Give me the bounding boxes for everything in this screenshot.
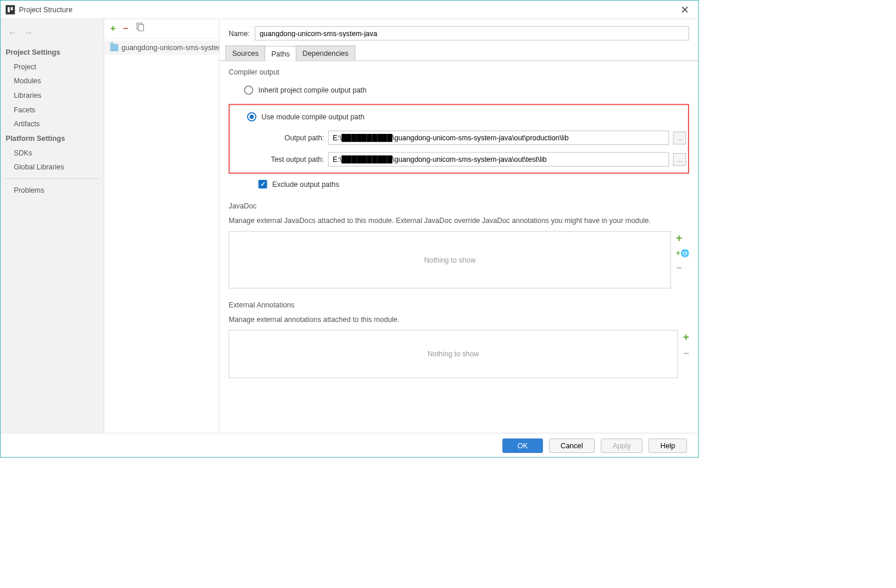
radio-checked-icon <box>247 112 256 122</box>
module-tree-item[interactable]: guangdong-unicom-sms-system-java <box>104 41 219 55</box>
back-arrow-icon[interactable]: ← <box>8 27 17 38</box>
window-title: Project Structure <box>19 5 73 13</box>
titlebar: Project Structure ✕ <box>1 1 699 19</box>
nav-global-libraries[interactable]: Global Libraries <box>1 160 104 175</box>
test-output-path-input[interactable] <box>328 152 669 167</box>
radio-icon <box>244 86 253 95</box>
annotations-list[interactable]: Nothing to show <box>228 330 678 378</box>
divider <box>6 178 98 179</box>
remove-module-icon[interactable]: − <box>123 23 128 34</box>
tab-dependencies[interactable]: Dependencies <box>296 45 355 61</box>
javadoc-list[interactable]: Nothing to show <box>228 231 671 289</box>
add-javadoc-url-icon[interactable]: +🌐 <box>676 250 689 257</box>
section-platform-settings: Platform Settings <box>1 131 104 146</box>
browse-output-button[interactable]: ... <box>673 132 686 144</box>
nav-modules[interactable]: Modules <box>1 74 104 88</box>
svg-rect-1 <box>8 7 10 12</box>
use-module-radio-row[interactable]: Use module compile output path <box>247 112 686 122</box>
annotations-desc: Manage external annotations attached to … <box>228 314 689 324</box>
copy-module-icon[interactable] <box>135 23 144 34</box>
content-panel: Name: Sources Paths Dependencies Compile… <box>220 19 699 433</box>
use-module-label: Use module compile output path <box>262 113 365 121</box>
module-name: guangdong-unicom-sms-system-java <box>122 44 219 52</box>
output-path-input[interactable] <box>328 130 669 145</box>
cancel-button[interactable]: Cancel <box>549 438 595 453</box>
compiler-output-heading: Compiler output <box>228 68 689 76</box>
nav-problems[interactable]: Problems <box>1 183 104 197</box>
forward-arrow-icon[interactable]: → <box>24 27 33 38</box>
close-icon[interactable]: ✕ <box>676 3 693 16</box>
javadoc-empty: Nothing to show <box>424 256 475 264</box>
nav-project[interactable]: Project <box>1 59 104 74</box>
inherit-label: Inherit project compile output path <box>259 86 367 94</box>
svg-rect-2 <box>10 7 13 10</box>
name-label: Name: <box>228 29 249 37</box>
annotations-empty: Nothing to show <box>428 350 479 358</box>
module-list-panel: + − guangdong-unicom-sms-system-java <box>104 19 220 433</box>
nav-facets[interactable]: Facets <box>1 102 104 117</box>
sidebar-nav: ← → Project Settings Project Modules Lib… <box>1 19 104 433</box>
help-button[interactable]: Help <box>648 438 687 453</box>
section-project-settings: Project Settings <box>1 45 104 59</box>
annotations-heading: External Annotations <box>228 301 689 309</box>
remove-javadoc-icon[interactable]: − <box>676 263 689 273</box>
module-name-input[interactable] <box>255 26 689 41</box>
browse-test-output-button[interactable]: ... <box>673 153 686 166</box>
add-javadoc-icon[interactable]: + <box>676 233 689 243</box>
output-path-label: Output path: <box>242 134 324 142</box>
checkbox-checked-icon: ✓ <box>259 180 267 189</box>
exclude-label: Exclude output paths <box>272 180 339 188</box>
highlight-box: Use module compile output path Output pa… <box>228 104 689 174</box>
tab-paths[interactable]: Paths <box>264 46 296 61</box>
remove-annotation-icon[interactable]: − <box>683 348 689 359</box>
nav-libraries[interactable]: Libraries <box>1 88 104 102</box>
nav-artifacts[interactable]: Artifacts <box>1 117 104 132</box>
tab-sources[interactable]: Sources <box>225 45 265 61</box>
svg-rect-4 <box>139 24 144 31</box>
inherit-radio-row[interactable]: Inherit project compile output path <box>244 86 689 95</box>
exclude-checkbox-row[interactable]: ✓ Exclude output paths <box>259 180 689 189</box>
folder-icon <box>110 44 118 51</box>
add-annotation-icon[interactable]: + <box>683 332 689 342</box>
ok-button[interactable]: OK <box>503 438 543 453</box>
nav-sdks[interactable]: SDKs <box>1 146 104 160</box>
javadoc-heading: JavaDoc <box>228 202 689 210</box>
add-module-icon[interactable]: + <box>110 23 115 34</box>
dialog-footer: OK Cancel Apply Help <box>1 433 699 458</box>
apply-button[interactable]: Apply <box>601 438 643 453</box>
javadoc-desc: Manage external JavaDocs attached to thi… <box>228 215 689 226</box>
test-output-path-label: Test output path: <box>242 155 324 164</box>
app-icon <box>6 5 15 14</box>
